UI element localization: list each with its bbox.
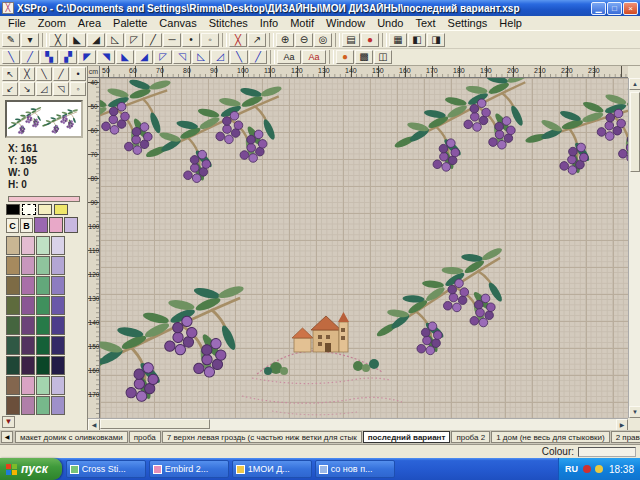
gobelin-down-left-tool-icon[interactable]: ╲ [2, 50, 20, 64]
backstitch-tool-icon[interactable]: ╱ [144, 33, 162, 47]
motif-grid-tool-icon[interactable]: ▦ [389, 33, 407, 47]
gobelin-steep-left-tool-icon[interactable]: ▚ [40, 50, 58, 64]
half-top-left-tool-icon[interactable]: ◤ [78, 50, 96, 64]
three-quarter-stitch-tool-icon[interactable]: ◸ [125, 33, 143, 47]
maximize-button[interactable]: □ [607, 2, 622, 15]
menu-canvas[interactable]: Canvas [153, 17, 202, 30]
quarter-br-tool-icon[interactable]: ◿ [211, 50, 229, 64]
palette-swatch[interactable] [6, 336, 20, 355]
bead-tool-icon[interactable]: ◦ [201, 33, 219, 47]
horizontal-scroll-track[interactable] [210, 419, 616, 430]
palette-swatch[interactable] [51, 356, 65, 375]
pattern-tool-icon[interactable]: ▩ [355, 50, 373, 64]
palette-swatch[interactable] [36, 316, 50, 335]
palette-swatch[interactable] [36, 236, 50, 255]
taskbar-task-3[interactable]: со нов п... [315, 460, 395, 478]
menu-help[interactable]: Help [493, 17, 528, 30]
menu-area[interactable]: Area [72, 17, 107, 30]
full-stitch-tool-icon[interactable]: ╳ [49, 33, 67, 47]
menu-text[interactable]: Text [409, 17, 441, 30]
pencil-tool-icon[interactable]: ✎ [2, 33, 20, 47]
text-tool-icon[interactable]: Aa [277, 50, 301, 64]
selected-thread-swatch[interactable] [34, 217, 48, 233]
palette-swatch[interactable] [36, 376, 50, 395]
palette-swatch[interactable] [6, 296, 20, 315]
menu-file[interactable]: File [2, 17, 32, 30]
palette-swatch[interactable] [21, 376, 35, 395]
palette-swatch[interactable] [6, 376, 20, 395]
long-stitch-2-tool-icon[interactable]: ╱ [249, 50, 267, 64]
quick-swatch[interactable] [38, 204, 52, 215]
menu-undo[interactable]: Undo [371, 17, 409, 30]
palette-swatch[interactable] [21, 276, 35, 295]
palette-swatch[interactable] [6, 236, 20, 255]
pattern-tab-5[interactable]: 1 дом (не весь для стыковки) [491, 431, 610, 443]
palette-swatch[interactable] [36, 296, 50, 315]
tab-scroll-left-button[interactable]: ◀ [1, 431, 13, 443]
scroll-down-button[interactable]: ▼ [629, 406, 640, 418]
design-preview[interactable] [5, 100, 83, 138]
quarter-tr-tool-icon[interactable]: ◹ [173, 50, 191, 64]
mirror-tool-icon[interactable]: ◫ [374, 50, 392, 64]
pattern-tab-3[interactable]: последний вариант [363, 431, 451, 443]
menu-window[interactable]: Window [320, 17, 371, 30]
french-knot-tool-icon[interactable]: • [182, 33, 200, 47]
gobelin-up-right-tool-icon[interactable]: ╱ [21, 50, 39, 64]
quick-swatch[interactable] [54, 204, 68, 215]
title-bar[interactable]: ╳ XSPro - C:\Documents and Settings\Rimm… [0, 0, 640, 16]
selected-thread-swatch[interactable] [49, 217, 63, 233]
vertical-scrollbar[interactable]: ▲ ▼ [628, 78, 640, 418]
close-button[interactable]: × [623, 2, 638, 15]
palette-swatch[interactable] [51, 276, 65, 295]
scroll-left-button[interactable]: ◀ [88, 419, 100, 430]
print-tool-icon[interactable]: ▤ [342, 33, 360, 47]
palette-swatch[interactable] [36, 356, 50, 375]
palette-swatch[interactable] [6, 276, 20, 295]
palette-swatch[interactable] [21, 336, 35, 355]
current-color-swatch[interactable] [8, 196, 80, 202]
bead-icon[interactable]: ◦ [70, 82, 86, 96]
menu-palette[interactable]: Palette [107, 17, 153, 30]
thread-color-indicator-icon[interactable]: ● [336, 50, 354, 64]
pencil-dropdown-icon[interactable]: ▾ [21, 33, 39, 47]
palette-swatch[interactable] [6, 356, 20, 375]
palette-scroll-button[interactable]: ▼ [2, 416, 15, 428]
taskbar-task-1[interactable]: Embird 2... [149, 460, 229, 478]
tray-icon[interactable] [595, 465, 603, 473]
straight-stitch-tool-icon[interactable]: ─ [163, 33, 181, 47]
quarter-tl-tool-icon[interactable]: ◸ [154, 50, 172, 64]
half-bottom-left-tool-icon[interactable]: ◣ [116, 50, 134, 64]
taskbar-task-2[interactable]: 1МОИ Д... [232, 460, 312, 478]
palette-swatch[interactable] [21, 356, 35, 375]
horizontal-scrollbar[interactable]: ◀ ▶ [88, 418, 628, 430]
selected-thread-swatch[interactable] [64, 217, 78, 233]
zoom-in-tool-icon[interactable]: ⊕ [276, 33, 294, 47]
quarter-stitch-tool-icon[interactable]: ◺ [106, 33, 124, 47]
selector-b[interactable]: B [20, 218, 33, 233]
palette-swatch[interactable] [51, 316, 65, 335]
start-button[interactable]: пуск [0, 458, 62, 480]
palette-swatch[interactable] [21, 396, 35, 415]
long-stitch-tool-icon[interactable]: ╲ [230, 50, 248, 64]
menu-stitches[interactable]: Stitches [203, 17, 254, 30]
color-wheel-tool-icon[interactable]: ● [361, 33, 379, 47]
palette-swatch[interactable] [21, 316, 35, 335]
palette-swatch[interactable] [36, 396, 50, 415]
arrow-dr-icon[interactable]: ↘ [19, 82, 35, 96]
menu-info[interactable]: Info [254, 17, 284, 30]
palette-swatch[interactable] [51, 336, 65, 355]
stitch-canvas[interactable] [100, 78, 628, 418]
palette-swatch[interactable] [51, 376, 65, 395]
horizontal-scroll-thumb[interactable] [100, 419, 210, 429]
palette-swatch[interactable] [36, 336, 50, 355]
quick-swatch[interactable] [22, 204, 36, 215]
zoom-out-tool-icon[interactable]: ⊖ [295, 33, 313, 47]
palette-swatch[interactable] [6, 396, 20, 415]
zoom-actual-tool-icon[interactable]: ◎ [314, 33, 332, 47]
quarter-br-icon[interactable]: ◿ [36, 82, 52, 96]
palette-swatch[interactable] [36, 256, 50, 275]
cross-stitch-icon[interactable]: ╳ [19, 67, 35, 81]
pattern-tab-1[interactable]: проба [129, 431, 161, 443]
palette-swatch[interactable] [21, 296, 35, 315]
delete-tool-icon[interactable]: ╳ [229, 33, 247, 47]
